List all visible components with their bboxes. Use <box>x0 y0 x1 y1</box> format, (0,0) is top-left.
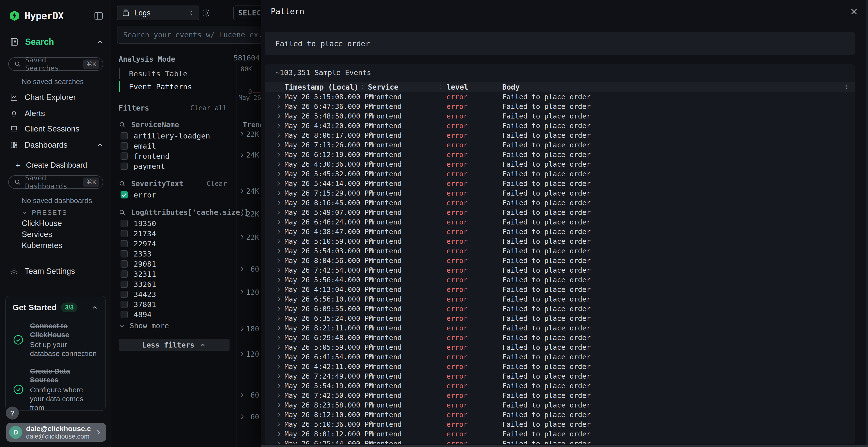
source-settings-gear-icon[interactable] <box>202 8 211 18</box>
expand-chevron-icon[interactable] <box>275 382 282 389</box>
event-row[interactable]: May 26 7:42:50.000 PMfrontenderrorFailed… <box>265 391 855 400</box>
event-row[interactable]: May 26 5:44:14.000 PMfrontenderrorFailed… <box>265 179 855 188</box>
pattern-row[interactable]: 120 <box>237 349 261 359</box>
expand-chevron-icon[interactable] <box>275 411 282 418</box>
pattern-row[interactable]: 24K <box>237 150 261 160</box>
expand-chevron-icon[interactable] <box>275 334 282 341</box>
column-resize-handle[interactable] <box>497 83 497 90</box>
column-resize-handle[interactable] <box>440 83 440 90</box>
sidebar-item-alerts[interactable]: Alerts <box>10 108 104 119</box>
event-row[interactable]: May 26 8:23:58.000 PMfrontenderrorFailed… <box>265 400 855 410</box>
sidebar-item-chart-explorer[interactable]: Chart Explorer <box>10 92 104 103</box>
expand-chevron-icon[interactable] <box>275 315 282 322</box>
event-row[interactable]: May 26 6:29:48.000 PMfrontenderrorFailed… <box>265 333 855 342</box>
expand-chevron-icon[interactable] <box>275 363 282 370</box>
checkbox-icon[interactable] <box>121 163 128 170</box>
column-header-timestamp[interactable]: Timestamp (Local) <box>284 83 359 91</box>
event-row[interactable]: May 26 8:21:11.000 PMfrontenderrorFailed… <box>265 323 855 333</box>
event-row[interactable]: May 26 6:09:55.000 PMfrontenderrorFailed… <box>265 304 855 314</box>
event-row[interactable]: May 26 8:04:56.000 PMfrontenderrorFailed… <box>265 256 855 265</box>
expand-chevron-icon[interactable] <box>239 151 245 158</box>
column-header-body[interactable]: Body <box>502 83 520 91</box>
sidebar-item-team-settings[interactable]: Team Settings <box>10 265 104 277</box>
checkbox-icon[interactable] <box>121 250 128 257</box>
expand-chevron-icon[interactable] <box>275 305 282 312</box>
show-more-button[interactable]: Show more <box>119 321 237 330</box>
checkbox-icon[interactable] <box>121 301 128 308</box>
pattern-row[interactable]: 60 <box>237 264 261 274</box>
event-row[interactable]: May 26 7:42:54.000 PMfrontenderrorFailed… <box>265 265 855 275</box>
expand-chevron-icon[interactable] <box>275 190 282 197</box>
checkbox-icon[interactable] <box>121 240 128 247</box>
pattern-row[interactable]: 60 <box>237 412 261 421</box>
expand-chevron-icon[interactable] <box>239 234 245 241</box>
expand-chevron-icon[interactable] <box>275 180 282 187</box>
create-dashboard-button[interactable]: + Create Dashboard <box>16 160 104 171</box>
event-row[interactable]: May 26 5:54:03.000 PMfrontenderrorFailed… <box>265 246 855 256</box>
preset-services[interactable]: Services <box>22 230 52 239</box>
event-row[interactable]: May 26 7:13:26.000 PMfrontenderrorFailed… <box>265 140 855 150</box>
expand-chevron-icon[interactable] <box>275 353 282 360</box>
checkbox-icon[interactable] <box>121 142 128 149</box>
filter-option[interactable]: 34423 <box>119 289 237 299</box>
search-icon[interactable] <box>119 209 126 216</box>
expand-chevron-icon[interactable] <box>275 151 282 158</box>
event-row[interactable]: May 26 6:47:36.000 PMfrontenderrorFailed… <box>265 102 855 111</box>
event-row[interactable]: May 26 4:38:47.000 PMfrontenderrorFailed… <box>265 227 855 237</box>
chevron-up-icon[interactable] <box>96 141 104 148</box>
filter-option[interactable]: 32311 <box>119 269 237 279</box>
pattern-row[interactable]: 60 <box>237 390 261 400</box>
get-started-step[interactable]: Connect to ClickHouse Set up your databa… <box>12 321 98 358</box>
expand-chevron-icon[interactable] <box>275 392 282 399</box>
expand-chevron-icon[interactable] <box>239 266 245 272</box>
table-options-kebab-icon[interactable] <box>843 84 849 90</box>
close-icon[interactable] <box>850 7 858 16</box>
checkbox-icon[interactable] <box>121 152 128 160</box>
expand-chevron-icon[interactable] <box>275 103 282 110</box>
expand-chevron-icon[interactable] <box>239 187 245 194</box>
filter-option[interactable]: 21734 <box>119 229 237 239</box>
filter-option[interactable]: 37801 <box>119 299 237 309</box>
expand-chevron-icon[interactable] <box>275 94 282 100</box>
event-row[interactable]: May 26 6:25:44.000 PMfrontenderrorFailed… <box>265 439 855 444</box>
expand-chevron-icon[interactable] <box>275 248 282 254</box>
event-row[interactable]: May 26 4:30:36.000 PMfrontenderrorFailed… <box>265 160 855 169</box>
expand-chevron-icon[interactable] <box>275 132 282 139</box>
checkbox-checked-icon[interactable] <box>121 191 128 199</box>
horizontal-scrollbar[interactable] <box>261 445 868 447</box>
checkbox-icon[interactable] <box>121 230 128 237</box>
checkbox-icon[interactable] <box>121 132 128 139</box>
vertical-scrollbar[interactable] <box>866 0 868 447</box>
pattern-row[interactable]: 180 <box>237 324 261 334</box>
expand-chevron-icon[interactable] <box>239 210 245 217</box>
expand-chevron-icon[interactable] <box>275 142 282 148</box>
expand-chevron-icon[interactable] <box>275 325 282 332</box>
help-button[interactable]: ? <box>6 407 19 419</box>
expand-chevron-icon[interactable] <box>275 373 282 380</box>
expand-chevron-icon[interactable] <box>275 122 282 129</box>
event-row[interactable]: May 26 5:10:36.000 PMfrontenderrorFailed… <box>265 419 855 429</box>
expand-chevron-icon[interactable] <box>275 113 282 119</box>
event-row[interactable]: May 26 8:16:45.000 PMfrontenderrorFailed… <box>265 198 855 208</box>
collapse-sidebar-icon[interactable] <box>94 11 104 21</box>
expand-chevron-icon[interactable] <box>275 238 282 245</box>
filter-option[interactable]: frontend <box>119 151 237 161</box>
pattern-row[interactable]: 22K <box>237 209 261 219</box>
filter-option[interactable]: 22974 <box>119 239 237 249</box>
search-icon[interactable] <box>119 121 126 128</box>
checkbox-icon[interactable] <box>121 291 128 298</box>
get-started-step[interactable]: Create Data Sources Configure where your… <box>12 367 98 411</box>
clear-all-button[interactable]: Clear all <box>190 104 227 112</box>
expand-chevron-icon[interactable] <box>275 161 282 168</box>
event-row[interactable]: May 26 6:56:10.000 PMfrontenderrorFailed… <box>265 294 855 304</box>
event-row[interactable]: May 26 5:15:08.000 PMfrontenderrorFailed… <box>265 92 855 102</box>
presets-toggle[interactable]: PRESETS <box>21 209 67 216</box>
event-row[interactable]: May 26 5:45:32.000 PMfrontenderrorFailed… <box>265 169 855 179</box>
event-row[interactable]: May 26 8:06:17.000 PMfrontenderrorFailed… <box>265 131 855 140</box>
expand-chevron-icon[interactable] <box>275 257 282 264</box>
pattern-row[interactable]: 24K <box>237 186 261 196</box>
checkbox-icon[interactable] <box>121 311 128 318</box>
column-resize-handle[interactable] <box>362 83 363 90</box>
user-menu[interactable]: D dale@clickhouse.com dale@clickhouse.co… <box>6 423 106 442</box>
event-row[interactable]: May 26 6:41:54.000 PMfrontenderrorFailed… <box>265 352 855 362</box>
